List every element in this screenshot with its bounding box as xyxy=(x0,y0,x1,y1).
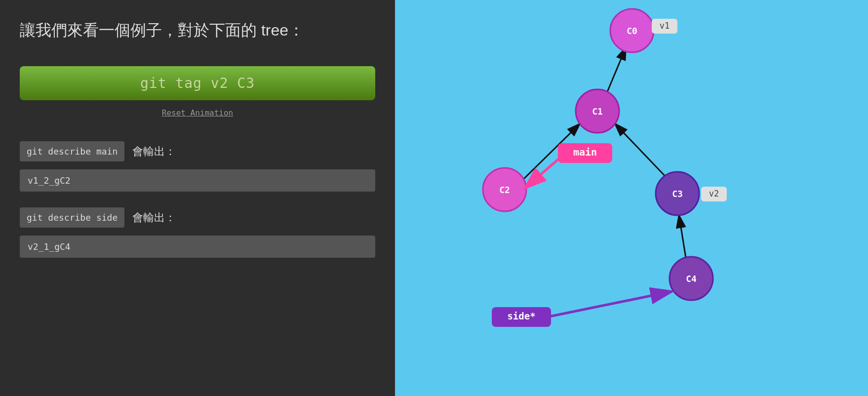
svg-text:C4: C4 xyxy=(686,274,697,284)
describe-main-label: 會輸出： xyxy=(132,144,176,159)
heading: 讓我們來看一個例子，對於下面的 tree： xyxy=(20,20,375,41)
left-panel: 讓我們來看一個例子，對於下面的 tree： git tag v2 C3 Rese… xyxy=(0,0,395,396)
describe-main-cmd: git describe main xyxy=(20,141,124,161)
svg-line-3 xyxy=(679,215,686,261)
reset-link[interactable]: Reset Animation xyxy=(20,108,375,118)
describe-side-output: v2_1_gC4 xyxy=(20,236,375,258)
right-panel: C0 v1 C1 C2 main C3 v2 C4 xyxy=(395,0,868,396)
describe-side-row: git describe side 會輸出： xyxy=(20,207,375,228)
describe-main-output: v1_2_gC2 xyxy=(20,169,375,192)
svg-text:C3: C3 xyxy=(672,189,683,199)
svg-text:side*: side* xyxy=(507,311,535,321)
svg-text:C1: C1 xyxy=(592,106,603,117)
describe-main-row: git describe main 會輸出： xyxy=(20,141,375,161)
command-button[interactable]: git tag v2 C3 xyxy=(20,66,375,100)
svg-line-2 xyxy=(615,123,669,180)
diagram-svg: C0 v1 C1 C2 main C3 v2 C4 xyxy=(395,0,868,396)
svg-text:C2: C2 xyxy=(499,185,510,195)
svg-text:C0: C0 xyxy=(627,26,637,36)
svg-text:main: main xyxy=(573,146,597,158)
describe-side-label: 會輸出： xyxy=(132,210,176,225)
svg-text:v2: v2 xyxy=(709,189,719,198)
describe-side-cmd: git describe side xyxy=(20,207,124,228)
svg-text:v1: v1 xyxy=(660,21,670,31)
svg-line-26 xyxy=(547,291,672,317)
